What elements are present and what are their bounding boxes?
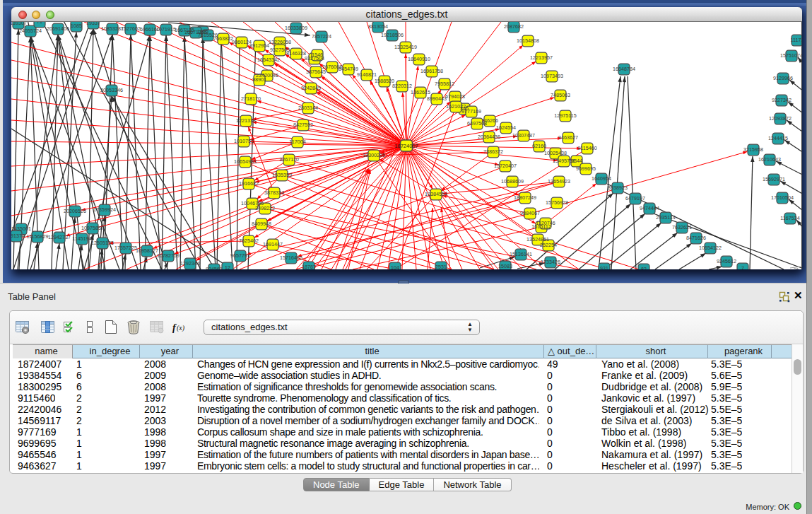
svg-text:20206526: 20206526 [64,208,86,214]
svg-text:8146328: 8146328 [286,50,306,57]
svg-text:1244415: 1244415 [768,135,788,141]
svg-text:20691406: 20691406 [47,25,69,32]
svg-text:15692971: 15692971 [763,176,785,182]
svg-text:3267110: 3267110 [279,156,298,163]
svg-text:16648784: 16648784 [613,66,635,72]
svg-text:8409948: 8409948 [252,221,271,227]
svg-text:8471626: 8471626 [686,235,706,241]
svg-text:20053346: 20053346 [100,87,123,93]
svg-text:9344: 9344 [571,158,582,164]
svg-text:104: 104 [391,264,399,269]
svg-text:11156829: 11156829 [27,233,49,240]
svg-text:17359924: 17359924 [93,206,116,213]
svg-text:7485063: 7485063 [551,92,570,98]
svg-text:98901: 98901 [252,76,266,83]
svg-text:20364436: 20364436 [478,134,500,140]
svg-text:13654923: 13654923 [548,178,570,185]
svg-text:6794028: 6794028 [445,93,465,100]
svg-text:(x): (x) [177,324,185,332]
svg-text:10654983: 10654983 [234,158,257,165]
svg-text:18787: 18787 [302,264,316,269]
svg-text:16782759: 16782759 [157,252,180,259]
svg-text:17357225: 17357225 [114,245,137,251]
svg-text:9860124: 9860124 [232,39,252,45]
svg-text:9474444: 9474444 [640,205,659,211]
svg-text:1010755: 1010755 [234,138,254,144]
svg-text:1362615: 1362615 [411,89,430,95]
svg-text:8427552: 8427552 [293,122,313,128]
svg-text:1167534: 1167534 [780,215,799,221]
svg-text:8454749: 8454749 [339,66,358,72]
svg-text:8912954: 8912954 [249,42,269,49]
svg-text:18640910: 18640910 [408,56,430,62]
svg-text:1292344: 1292344 [180,260,200,267]
svg-text:2803144: 2803144 [298,105,318,111]
svg-text:8938923: 8938923 [608,185,628,191]
svg-text:924561: 924561 [206,266,223,269]
svg-text:62160: 62160 [532,143,546,149]
svg-text:10154808: 10154808 [517,37,539,44]
svg-text:2935114: 2935114 [656,214,675,221]
svg-text:10975857: 10975857 [81,225,104,231]
svg-text:1221338: 1221338 [236,117,256,124]
svg-text:1916682: 1916682 [239,180,259,187]
svg-text:9657791: 9657791 [230,252,250,259]
svg-text:2087682: 2087682 [504,23,524,30]
svg-text:15751074: 15751074 [780,52,801,59]
svg-text:2718170: 2718170 [241,95,261,102]
svg-text:9463627: 9463627 [558,134,578,141]
svg-text:252254: 252254 [540,242,557,248]
svg-text:15136141: 15136141 [510,251,532,257]
svg-text:7632621: 7632621 [672,224,692,230]
svg-text:9884067: 9884067 [520,210,540,216]
svg-text:1733426: 1733426 [541,259,560,265]
svg-text:1640954: 1640954 [592,175,611,182]
svg-text:7386372: 7386372 [483,148,503,155]
svg-text:12975115: 12975115 [554,112,576,119]
svg-text:1120746: 1120746 [536,220,555,226]
svg-text:3875645: 3875645 [306,69,326,75]
svg-text:139307: 139307 [11,22,27,26]
svg-text:9777169: 9777169 [461,108,481,115]
svg-text:7955812: 7955812 [435,81,454,87]
svg-text:82: 82 [641,266,647,269]
svg-text:9699695: 9699695 [576,165,596,172]
svg-text:12093872: 12093872 [769,115,792,122]
svg-text:11172: 11172 [791,37,801,43]
svg-text:15083: 15083 [498,263,512,269]
svg-text:6479197: 6479197 [625,195,645,201]
svg-text:10958127: 10958127 [136,247,158,254]
svg-text:16961758: 16961758 [420,68,443,74]
svg-text:10973493: 10973493 [541,73,563,79]
svg-text:16033809: 16033809 [285,25,307,31]
svg-text:1546: 1546 [312,52,323,58]
svg-text:15716485: 15716485 [280,255,302,261]
svg-text:9227342: 9227342 [772,97,792,103]
svg-text:13226058: 13226058 [269,39,291,45]
svg-text:1535359: 1535359 [272,172,292,178]
svg-text:18300295: 18300295 [363,152,385,158]
svg-text:9245612: 9245612 [717,258,736,264]
svg-text:12505135: 12505135 [91,240,114,246]
svg-text:17010504: 17010504 [771,194,794,201]
svg-text:10654122: 10654122 [699,245,722,251]
svg-text:8990443: 8990443 [427,95,447,102]
svg-text:10688609: 10688609 [501,178,524,185]
svg-text:24055724: 24055724 [19,28,42,34]
svg-text:3878334: 3878334 [264,189,284,196]
svg-text:1588520: 1588520 [375,78,394,84]
svg-text:9129966: 9129966 [773,75,793,81]
svg-text:1145194: 1145194 [72,235,91,242]
svg-text:931: 931 [600,265,608,269]
svg-text:7: 7 [741,265,744,269]
svg-text:1691447: 1691447 [263,241,283,247]
svg-text:9115460: 9115460 [577,145,596,151]
svg-text:7663822: 7663822 [213,35,233,42]
svg-text:19337: 19337 [86,22,100,26]
svg-text:9146821: 9146821 [357,71,377,78]
svg-text:3498222: 3498222 [255,205,275,211]
svg-text:1071915: 1071915 [156,26,176,33]
svg-text:12213957: 12213957 [530,54,553,61]
svg-text:10025438: 10025438 [544,150,567,156]
svg-text:18724007: 18724007 [394,143,418,149]
